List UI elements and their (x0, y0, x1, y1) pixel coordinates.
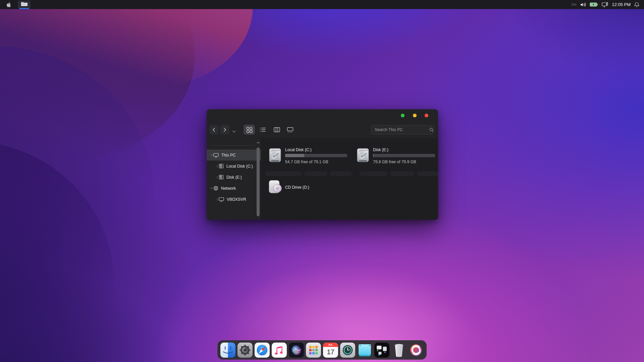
dock-calendar-icon[interactable]: JUL 17 (323, 343, 338, 358)
dock-system-preferences-icon[interactable] (237, 343, 253, 358)
sidebar-item-local-disk-c[interactable]: Local Disk (C:) (207, 161, 261, 172)
dock: JUL 17 (217, 340, 427, 360)
drive-item-local-disk-c[interactable]: Local Disk (C:) 54.7 GB free of 79.1 GB (265, 147, 351, 168)
window-toolbar (207, 122, 438, 138)
view-columns-button[interactable] (271, 125, 282, 135)
search-icon (429, 128, 434, 132)
clock[interactable]: 12:05 PM (612, 2, 631, 7)
folder-contents: Local Disk (C:) 54.7 GB free of 79.1 GB (261, 138, 438, 220)
sidebar-item-vboxsvr[interactable]: VBOXSVR (207, 194, 261, 205)
calendar-month-label: JUL (323, 343, 338, 347)
volume-icon[interactable] (580, 2, 586, 7)
window-body: This PC Local Disk (C:) (207, 138, 438, 220)
drive-item-disk-e[interactable]: Disk (E:) 79.8 GB free of 79.9 GB (353, 147, 438, 168)
notifications-bell-icon[interactable] (634, 2, 639, 7)
back-button[interactable] (209, 125, 219, 134)
hard-drive-icon (356, 147, 370, 164)
display-pen-icon[interactable] (602, 2, 608, 7)
free-space-label: 54.7 GB free of 79.1 GB (285, 160, 328, 164)
search-input[interactable] (371, 127, 429, 132)
sidebar-item-label: Disk (E:) (226, 175, 242, 180)
window-titlebar[interactable] (207, 109, 438, 122)
dock-finder-icon[interactable] (220, 343, 235, 358)
network-icon (213, 186, 218, 191)
hidden-items-icon[interactable] (571, 3, 577, 6)
apple-menu-icon[interactable] (6, 2, 11, 8)
sidebar-item-this-pc[interactable]: This PC (207, 149, 261, 161)
minimize-button[interactable] (413, 114, 417, 117)
capacity-bar (373, 154, 435, 157)
dock-safari-icon[interactable] (255, 343, 270, 358)
scroll-down-icon[interactable] (257, 212, 260, 218)
view-icons-button[interactable] (244, 125, 255, 135)
cd-drive-icon (268, 179, 282, 196)
chevron-right-icon[interactable] (215, 165, 219, 168)
hard-drive-icon (268, 147, 282, 164)
battery-charging-icon[interactable] (590, 2, 598, 7)
search-box[interactable] (371, 125, 434, 134)
sidebar-divider (210, 145, 256, 145)
view-list-button[interactable] (257, 125, 268, 135)
sidebar-item-label: Local Disk (C:) (226, 164, 253, 169)
dock-siri-icon[interactable] (289, 343, 304, 358)
dock-skinpack-icon[interactable] (409, 343, 424, 358)
taskbar-file-explorer-button[interactable] (18, 1, 31, 8)
chevron-down-icon[interactable] (210, 154, 213, 156)
scrollbar-thumb[interactable] (257, 147, 260, 215)
dock-time-machine-icon[interactable] (340, 343, 355, 358)
monitor-icon (213, 153, 219, 158)
sidebar-item-label: Network (221, 186, 236, 191)
navigation-pane: This PC Local Disk (C:) (207, 138, 261, 220)
desktop: 12:05 PM (0, 0, 644, 362)
chevron-right-icon[interactable] (215, 176, 219, 179)
system-tray: 12:05 PM (571, 2, 644, 7)
scroll-up-icon[interactable] (257, 139, 260, 145)
menu-bar: 12:05 PM (0, 0, 644, 9)
free-space-label: 79.8 GB free of 79.9 GB (373, 160, 416, 164)
recent-locations-chevron-icon[interactable] (232, 128, 236, 134)
drive-item-cd-drive-d[interactable]: CD Drive (D:) (265, 178, 352, 198)
sidebar-item-network[interactable]: Network (207, 183, 261, 194)
dock-mission-control-icon[interactable] (374, 343, 389, 358)
hdd-icon (219, 175, 224, 180)
sidebar-item-label: VBOXSVR (227, 197, 246, 202)
dock-launchpad-icon[interactable] (306, 343, 321, 358)
chevron-down-icon[interactable] (210, 187, 213, 189)
drive-name: CD Drive (D:) (285, 185, 309, 190)
capacity-bar-fill (285, 154, 304, 157)
dock-trash-icon[interactable] (391, 343, 407, 358)
capacity-bar (285, 154, 347, 157)
capacity-bar-fill (373, 154, 374, 157)
monitor-icon (219, 197, 224, 202)
forward-button[interactable] (220, 125, 229, 134)
close-button[interactable] (425, 114, 428, 117)
sidebar-item-disk-e[interactable]: Disk (E:) (207, 172, 261, 183)
drive-name: Disk (E:) (373, 147, 388, 152)
file-explorer-window: This PC Local Disk (C:) (207, 109, 438, 220)
file-explorer-icon (21, 1, 28, 8)
dock-music-icon[interactable] (272, 343, 287, 358)
view-gallery-button[interactable] (284, 125, 296, 135)
drive-name: Local Disk (C:) (285, 147, 312, 152)
chevron-right-icon[interactable] (215, 198, 219, 201)
dock-stickies-icon[interactable] (357, 343, 372, 358)
calendar-day-label: 17 (323, 347, 338, 358)
hdd-icon (219, 164, 224, 169)
sidebar-item-label: This PC (221, 153, 236, 158)
maximize-button[interactable] (401, 114, 405, 117)
active-app-indicator (19, 8, 29, 9)
